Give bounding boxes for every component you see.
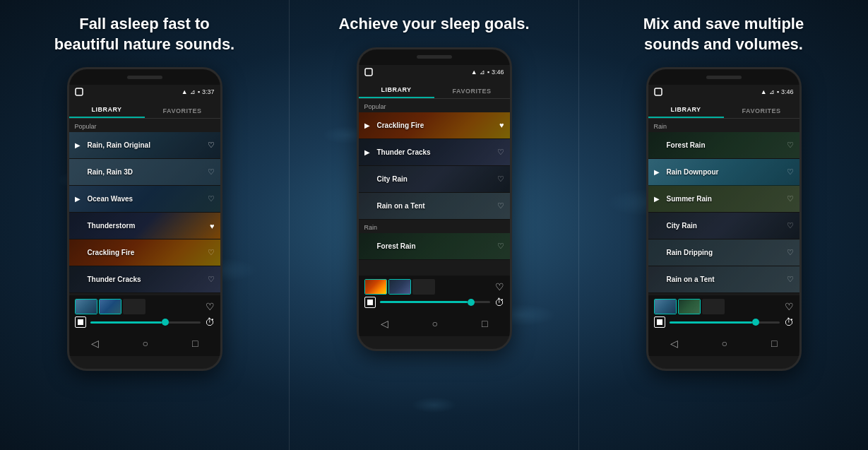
list-item[interactable]: Crackling Fire ♡ (69, 239, 220, 266)
sound-name: Crackling Fire (88, 249, 203, 256)
sound-name: Thunder Cracks (377, 148, 493, 156)
mini-track-2[interactable] (678, 299, 701, 314)
timer-icon[interactable]: ⏱ (784, 316, 794, 328)
progress-bar[interactable] (670, 321, 780, 324)
mini-track-3[interactable] (123, 299, 145, 314)
heart-icon[interactable]: ♡ (208, 275, 215, 284)
recent-button[interactable]: □ (482, 318, 487, 329)
sound-name: Rain Dripping (667, 249, 783, 256)
play-icon: ▶ (364, 122, 373, 129)
heart-icon[interactable]: ♡ (787, 275, 794, 284)
list-item[interactable]: City Rain ♡ (648, 213, 799, 239)
home-button[interactable]: ○ (432, 318, 438, 329)
back-button[interactable]: ◁ (91, 338, 99, 349)
phone-1: ▲ ⊿ ▪ 3:37 LIBRARY FAVORITES Popular ▶ R (67, 67, 222, 371)
phone-2-status-bar: ▲ ⊿ ▪ 3:46 (359, 65, 510, 79)
sound-name: Rain, Rain Original (88, 141, 203, 149)
list-item[interactable]: ▶ Thunder Cracks ♡ (359, 139, 510, 166)
phone-2-tab-library[interactable]: LIBRARY (359, 86, 434, 98)
phone-3-top (648, 69, 799, 85)
recent-button[interactable]: □ (192, 338, 198, 349)
heart-icon[interactable]: ♡ (208, 167, 215, 177)
player-heart-icon[interactable]: ♡ (785, 301, 794, 312)
phone-1-app-icon (75, 88, 83, 96)
progress-bar[interactable] (90, 321, 201, 324)
mini-track-2[interactable] (99, 299, 121, 314)
phone-3-speaker (706, 76, 742, 79)
heart-icon[interactable]: ♡ (787, 248, 794, 257)
phone-1-tab-favorites[interactable]: FAVORITES (145, 107, 220, 118)
heart-icon[interactable]: ♡ (787, 167, 794, 177)
stop-button[interactable] (364, 297, 376, 308)
heart-icon[interactable]: ♡ (497, 201, 504, 211)
list-item[interactable]: Thunderstorm ♥ (69, 213, 220, 239)
list-item[interactable]: Rain on a Tent ♡ (359, 193, 510, 220)
phone-1-speaker (127, 76, 162, 79)
timer-icon[interactable]: ⏱ (205, 316, 215, 328)
heart-icon[interactable]: ♡ (208, 141, 215, 150)
list-item[interactable]: Rain, Rain 3D ♡ (69, 159, 220, 186)
sound-name: Rain Downpour (667, 168, 783, 176)
heart-icon[interactable]: ♡ (208, 194, 215, 203)
phone-1-content: Popular ▶ Rain, Rain Original ♡ R (69, 119, 220, 295)
back-button[interactable]: ◁ (670, 338, 678, 349)
list-item[interactable]: City Rain ♡ (359, 166, 510, 193)
mini-track-1[interactable] (75, 299, 97, 314)
progress-dot (468, 299, 475, 306)
list-item[interactable]: ▶ Ocean Waves ♡ (69, 186, 220, 213)
home-button[interactable]: ○ (143, 338, 148, 349)
mini-track-1[interactable] (654, 299, 677, 314)
heart-icon[interactable]: ♡ (497, 148, 504, 157)
progress-bar[interactable] (380, 301, 490, 303)
home-button[interactable]: ○ (722, 338, 727, 349)
phone-2-time: 3:46 (492, 69, 504, 76)
player-heart-icon[interactable]: ♡ (206, 301, 215, 312)
phone-3-tab-favorites[interactable]: FAVORITES (724, 107, 799, 118)
phone-3: ▲ ⊿ ▪ 3:46 LIBRARY FAVORITES Rain Fores (646, 67, 802, 371)
heart-icon[interactable]: ♡ (787, 194, 794, 203)
heart-icon[interactable]: ♡ (497, 174, 504, 184)
list-item[interactable]: Forest Rain ♡ (359, 233, 510, 260)
player-heart-icon[interactable]: ♡ (495, 281, 504, 292)
back-button[interactable]: ◁ (381, 318, 388, 329)
heart-icon[interactable]: ♡ (208, 248, 215, 257)
recent-button[interactable]: □ (771, 338, 777, 349)
heart-icon[interactable]: ♡ (497, 242, 504, 251)
mini-track-bg (100, 300, 121, 314)
sound-name: Rain, Rain 3D (88, 168, 203, 176)
list-item[interactable]: Thunder Cracks ♡ (69, 266, 220, 293)
heart-icon[interactable]: ♡ (787, 141, 794, 150)
list-item[interactable]: ▶ Rain Downpour ♡ (648, 159, 799, 186)
mini-track-2[interactable] (388, 279, 411, 295)
mini-track-3[interactable] (412, 279, 435, 295)
list-item[interactable]: Rain on a Tent ♡ (648, 266, 799, 293)
phone-3-status-bar: ▲ ⊿ ▪ 3:46 (648, 85, 799, 99)
mini-track-3[interactable] (702, 299, 725, 314)
main-container: Fall asleep fast to beautiful nature sou… (0, 0, 868, 450)
list-item[interactable]: ▶ Summer Rain ♡ (648, 186, 799, 213)
heart-icon[interactable]: ♡ (787, 221, 794, 230)
phone-2-wifi-icon: ⊿ (480, 69, 485, 76)
heart-icon[interactable]: ♥ (499, 121, 504, 129)
stop-button[interactable] (75, 316, 86, 328)
stop-button[interactable] (654, 316, 665, 328)
svg-rect-1 (365, 69, 372, 76)
list-item[interactable]: Forest Rain ♡ (648, 132, 799, 159)
list-item[interactable]: Rain Dripping ♡ (648, 239, 799, 266)
list-item[interactable]: ▶ Rain, Rain Original ♡ (69, 132, 220, 159)
sound-name: Thunderstorm (88, 222, 206, 230)
mini-track-bg (679, 300, 700, 314)
mini-track-1[interactable] (364, 279, 387, 295)
heart-icon[interactable]: ♥ (210, 222, 215, 230)
phone-3-tab-library[interactable]: LIBRARY (648, 106, 724, 118)
phone-2-popular-label: Popular (359, 99, 510, 112)
phone-1-tab-library[interactable]: LIBRARY (69, 106, 145, 118)
mini-track-bg (365, 280, 386, 294)
phone-3-status-right: ▲ ⊿ ▪ 3:46 (761, 88, 794, 95)
phone-1-time: 3:37 (202, 88, 215, 95)
phone-2-tab-favorites[interactable]: FAVORITES (434, 88, 510, 98)
phone-1-status-right: ▲ ⊿ ▪ 3:37 (182, 88, 215, 95)
list-item[interactable]: ▶ Crackling Fire ♥ (359, 112, 510, 139)
timer-icon[interactable]: ⏱ (494, 297, 504, 308)
svg-rect-2 (655, 88, 662, 95)
